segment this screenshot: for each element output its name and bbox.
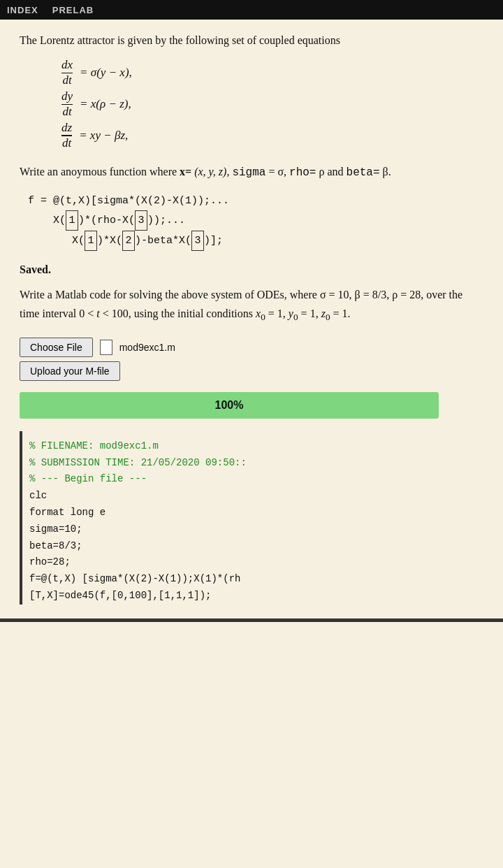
sub-line-4: clc bbox=[29, 488, 476, 505]
box-2-1: 1 bbox=[85, 231, 97, 251]
box-2-3: 3 bbox=[191, 231, 204, 251]
code-line-1: f = @(t,X)[sigma*(X(2)-X(1));... bbox=[28, 191, 483, 210]
box-2-2: 2 bbox=[122, 231, 135, 251]
upload-button[interactable]: Upload your M-file bbox=[20, 361, 120, 381]
sub-line-10: [T,X]=ode45(f,[0,100],[1,1,1]); bbox=[29, 588, 476, 605]
equations-block: dx dt = σ(y − x), dy dt = x(ρ − z), dz d… bbox=[61, 59, 483, 150]
eq-rhs-3: = xy − βz, bbox=[79, 122, 128, 150]
file-icon bbox=[100, 340, 112, 355]
ode-problem-text: Write a Matlab code for solving the abov… bbox=[20, 286, 483, 325]
progress-label: 100% bbox=[215, 399, 244, 412]
intro-text: The Lorentz attractor is given by the fo… bbox=[20, 32, 483, 49]
eq-row-1: dx dt = σ(y − x), bbox=[61, 59, 483, 87]
eq-row-3: dz dt = xy − βz, bbox=[61, 122, 483, 150]
file-name-label: mod9exc1.m bbox=[119, 342, 175, 353]
sub-line-3: % --- Begin file --- bbox=[29, 471, 476, 488]
submission-code-block: % FILENAME: mod9exc1.m % SUBMISSION TIME… bbox=[20, 431, 483, 605]
sub-line-6: sigma=10; bbox=[29, 521, 476, 538]
top-navbar: INDEX PRELAB bbox=[0, 0, 503, 20]
bottom-bar bbox=[0, 619, 503, 622]
saved-label: Saved. bbox=[20, 263, 483, 276]
nav-prelab[interactable]: PRELAB bbox=[52, 5, 94, 15]
box-1-2: 3 bbox=[135, 210, 147, 231]
fraction-dz-dt: dz dt bbox=[61, 122, 72, 150]
sub-line-2: % SUBMISSION TIME: 21/05/2020 09:50:: bbox=[29, 455, 476, 472]
write-anon-text: Write an anoymous function where x= (x, … bbox=[20, 163, 483, 182]
anon-code-block: f = @(t,X)[sigma*(X(2)-X(1));... X(1)*(r… bbox=[20, 191, 483, 251]
code-line-3: X(1)*X(2)-beta*X(3)]; bbox=[28, 231, 483, 251]
progress-bar: 100% bbox=[20, 392, 439, 419]
sub-line-7: beta=8/3; bbox=[29, 538, 476, 555]
box-1-1: 1 bbox=[66, 210, 78, 231]
fraction-dy-dt: dy dt bbox=[61, 90, 73, 119]
nav-index[interactable]: INDEX bbox=[7, 5, 38, 15]
main-content: The Lorentz attractor is given by the fo… bbox=[0, 20, 503, 619]
fraction-dx-dt: dx dt bbox=[61, 59, 73, 87]
eq-row-2: dy dt = x(ρ − z), bbox=[61, 90, 483, 119]
sub-line-9: f=@(t,X) [sigma*(X(2)-X(1));X(1)*(rh bbox=[29, 571, 476, 588]
eq-rhs-1: = σ(y − x), bbox=[80, 59, 132, 87]
choose-file-button[interactable]: Choose File bbox=[20, 338, 93, 357]
sub-line-8: rho=28; bbox=[29, 554, 476, 571]
code-line-2: X(1)*(rho-X(3));... bbox=[28, 210, 483, 231]
sub-line-1: % FILENAME: mod9exc1.m bbox=[29, 438, 476, 455]
eq-rhs-2: = x(ρ − z), bbox=[80, 90, 131, 119]
sub-line-5: format long e bbox=[29, 505, 476, 521]
file-upload-row: Choose File mod9exc1.m bbox=[20, 338, 483, 357]
